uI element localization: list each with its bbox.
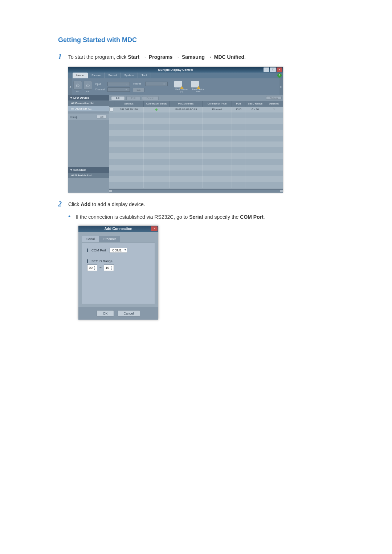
dialog-tabs: Serial Ethernet [82, 236, 155, 242]
step-1-text: To start the program, click Start → Prog… [68, 53, 334, 60]
mdc-main-window: Multiple Display Control – □ x Home Pict… [68, 67, 283, 193]
horizontal-scrollbar[interactable] [109, 189, 283, 193]
help-icon[interactable]: ? [277, 73, 282, 78]
power-off-icon[interactable]: ⏻ [83, 81, 92, 90]
col-mac[interactable]: MAC Address [170, 101, 203, 107]
table-row [109, 136, 283, 141]
sidebar-all-device-list[interactable]: All Device List (01) [68, 106, 109, 111]
caret-down-icon: ▾ [70, 168, 72, 172]
range-from-stepper[interactable]: 00 ▴▾ [87, 264, 97, 271]
add-connection-dialog: Add Connection x Serial Ethernet COM Por… [78, 226, 158, 320]
maximize-button[interactable]: □ [270, 67, 276, 72]
tab-ethernet[interactable]: Ethernet [99, 236, 120, 242]
field-marker-icon [87, 249, 88, 252]
sidebar-section-lfd[interactable]: ▾ LFD Device [68, 95, 109, 100]
delete-button[interactable]: Delete [142, 96, 159, 100]
dialog-titlebar: Add Connection x [78, 226, 158, 232]
col-connection-status[interactable]: Connection Status [144, 101, 170, 107]
setid-range-label: SET ID Range [91, 259, 113, 263]
table-row [109, 165, 283, 171]
field-marker-icon [87, 259, 88, 263]
ribbon-scroll-right-icon[interactable]: ► [279, 78, 283, 95]
ok-button[interactable]: OK [97, 310, 114, 317]
table-row [109, 171, 283, 176]
comport-label: COM Port [91, 249, 106, 252]
table-row [109, 124, 283, 130]
dialog-close-button[interactable]: x [151, 226, 158, 231]
row-checkbox[interactable] [110, 108, 113, 111]
cell-range: 0 ~ 10 [245, 107, 265, 112]
ribbon-tabs: Home Picture Sound System Tool ? [68, 73, 283, 78]
col-settings[interactable]: Settings [114, 101, 144, 107]
cell-detect: 1 [265, 107, 283, 112]
table-row [109, 141, 283, 147]
table-row [109, 112, 283, 118]
step-number-1: 1 [58, 53, 68, 61]
tab-serial[interactable]: Serial [82, 236, 99, 242]
sidebar-section-schedule[interactable]: ▾ Schedule [68, 167, 109, 173]
tab-home[interactable]: Home [73, 73, 88, 78]
col-connection-type[interactable]: Connection Type [203, 101, 232, 107]
comport-dropdown[interactable]: COM1 [110, 248, 127, 253]
tab-picture[interactable]: Picture [88, 73, 105, 78]
input-dropdown[interactable]: ▾ [107, 82, 130, 86]
close-button[interactable]: x [277, 67, 282, 72]
table-row [109, 176, 283, 182]
sidebar-all-schedule[interactable]: All Schedule List [68, 173, 109, 178]
fault-device-icon[interactable] [174, 81, 182, 87]
section-heading: Getting Started with MDC [58, 36, 334, 44]
add-button[interactable]: Add [111, 96, 125, 100]
sidebar-all-connection[interactable]: All Connection List [68, 100, 109, 106]
range-to-stepper[interactable]: 10 ▴▾ [104, 264, 114, 271]
power-on-label: On [76, 90, 79, 93]
volume-input[interactable]: ◂▸ [145, 82, 168, 86]
sidebar: ▾ LFD Device All Connection List All Dev… [68, 95, 109, 193]
range-tilde: ~ [99, 266, 102, 270]
status-connected-icon [155, 108, 158, 111]
steps-list: 1 To start the program, click Start → Pr… [58, 53, 334, 61]
col-setid-range[interactable]: SetID Range [245, 101, 265, 107]
group-edit-button[interactable]: Edit [97, 115, 107, 119]
dialog-title: Add Connection [104, 226, 132, 232]
window-titlebar: Multiple Display Control – □ x [68, 67, 283, 73]
tab-sound[interactable]: Sound [105, 73, 121, 78]
refresh-button[interactable]: Refresh [266, 96, 282, 100]
edit-button[interactable]: Edit [126, 96, 140, 100]
steps-list-2: 2 Click Add to add a display device. [58, 200, 334, 208]
step-2-bullet: • If the connection is established via R… [68, 214, 334, 220]
tab-tool[interactable]: Tool [138, 73, 151, 78]
ribbon-scroll-left-icon[interactable]: ◄ [68, 78, 72, 95]
channel-stepper[interactable]: ◂▸ [107, 87, 130, 92]
scroll-left-icon[interactable] [109, 190, 112, 192]
table-row [109, 153, 283, 159]
table-row [109, 159, 283, 165]
window-controls: – □ x [264, 67, 282, 72]
cancel-button[interactable]: Cancel [118, 310, 140, 317]
col-detected[interactable]: Detected Devices [265, 101, 283, 107]
col-port[interactable]: Port [232, 101, 245, 107]
caret-down-icon: ▾ [70, 96, 72, 99]
power-off-label: Off [86, 90, 89, 93]
step-2-text: Click Add to add a display device. [68, 200, 334, 207]
table-row[interactable]: 107.108.89.126 40-61-86-4E-FC-65 Etherne… [109, 107, 283, 112]
channel-label: Channel [95, 88, 106, 91]
table-row [109, 118, 283, 124]
bullet-icon: • [68, 214, 70, 219]
dialog-footer: OK Cancel [78, 307, 158, 320]
table-row [109, 147, 283, 153]
power-on-icon[interactable]: ⏻ [73, 81, 82, 90]
scroll-right-icon[interactable] [280, 190, 283, 192]
mute-button[interactable]: Mute [133, 88, 144, 92]
fault-alert-icon[interactable] [191, 81, 199, 87]
main-pane: Add Edit Delete Refresh Settings Connect… [109, 95, 283, 193]
tab-system[interactable]: System [121, 73, 138, 78]
step-number-2: 2 [58, 200, 68, 208]
cell-mac: 40-61-86-4E-FC-65 [170, 107, 203, 112]
cell-port: 1515 [232, 107, 245, 112]
table-row [109, 182, 283, 188]
cell-settings: 107.108.89.126 [114, 107, 144, 112]
input-label: Input [95, 83, 106, 85]
cell-ctype: Ethernet [203, 107, 232, 112]
minimize-button[interactable]: – [264, 67, 269, 72]
table-row [109, 130, 283, 136]
